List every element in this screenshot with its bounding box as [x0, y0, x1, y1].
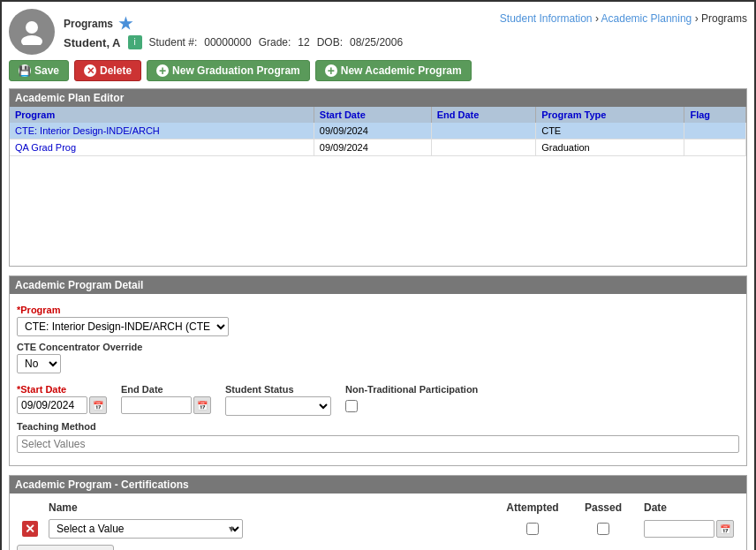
col-start-date[interactable]: Start Date — [314, 107, 431, 123]
plan-cell-flag — [684, 123, 746, 139]
plan-editor-header: Academic Plan Editor — [10, 89, 746, 107]
plan-cell-program_type: CTE — [536, 123, 684, 139]
breadcrumb-academic-planning[interactable]: Academic Planning — [601, 12, 692, 25]
override-select[interactable]: No Yes — [17, 354, 61, 373]
cert-row: ✕ Select a Value ▾ — [17, 516, 739, 541]
cert-date-input[interactable] — [644, 520, 714, 538]
new-academic-icon: + — [325, 64, 337, 77]
plan-editor-section: Academic Plan Editor Program Start Date … — [9, 88, 747, 267]
cert-col-date: Date — [639, 499, 739, 516]
cert-date-calendar-button[interactable]: 📅 — [716, 520, 734, 538]
student-info-icon[interactable]: i — [128, 35, 142, 49]
end-date-wrap: 📅 — [121, 396, 211, 414]
teaching-method-input[interactable] — [17, 435, 739, 453]
new-grad-label: New Graduation Program — [172, 64, 300, 77]
program-detail-body: *Program CTE: Interior Design-INDE/ARCH … — [10, 294, 746, 458]
certifications-body: Name Attempted Passed Date ✕ — [10, 493, 746, 550]
plan-table: Program Start Date End Date Program Type… — [10, 107, 746, 156]
cert-col-passed: Passed — [568, 499, 639, 516]
dates-row: *Start Date 📅 End Date 📅 Student Status — [17, 379, 739, 416]
certifications-section: Academic Program - Certifications Name A… — [9, 475, 747, 550]
delete-cert-button[interactable]: ✕ — [22, 521, 38, 537]
svg-point-0 — [26, 21, 38, 34]
grade-value: 12 — [298, 36, 309, 49]
cert-col-attempted: Attempted — [497, 499, 568, 516]
cert-col-delete — [17, 499, 43, 516]
plan-cell-start_date: 09/09/2024 — [314, 123, 431, 139]
plan-table-row[interactable]: QA Grad Prog09/09/2024Graduation — [10, 139, 746, 156]
avatar — [9, 9, 55, 55]
breadcrumb: Student Information › Academic Planning … — [500, 9, 747, 25]
delete-icon: ✕ — [84, 64, 96, 77]
plan-cell-program_type: Graduation — [536, 139, 684, 156]
end-date-label: End Date — [121, 384, 211, 395]
override-field-label: CTE Concentrator Override — [17, 342, 739, 352]
student-status-label: Student Status — [225, 384, 331, 395]
plan-editor-title: Academic Plan Editor — [15, 92, 124, 104]
avatar-icon — [19, 19, 45, 45]
student-number: 00000000 — [204, 36, 251, 49]
col-flag[interactable]: Flag — [684, 107, 746, 123]
plan-cell-end_date — [431, 123, 536, 139]
cert-delete-cell: ✕ — [17, 516, 43, 541]
plan-cell-start_date: 09/09/2024 — [314, 139, 431, 156]
cert-passed-cell — [568, 516, 639, 541]
new-academic-program-button[interactable]: + New Academic Program — [315, 60, 472, 81]
dob-value: 08/25/2006 — [350, 36, 403, 49]
delete-button[interactable]: ✕ Delete — [74, 60, 141, 81]
start-date-input[interactable] — [17, 396, 87, 414]
star-icon[interactable]: ★ — [118, 14, 132, 34]
breadcrumb-student-information[interactable]: Student Information — [500, 12, 593, 25]
cert-passed-checkbox[interactable] — [597, 523, 609, 535]
cert-name-select[interactable]: Select a Value — [49, 519, 243, 539]
cert-col-name: Name — [43, 499, 497, 516]
delete-label: Delete — [100, 64, 132, 77]
student-meta: Student, A i Student #: 00000000 Grade: … — [64, 35, 500, 49]
student-status-select[interactable] — [225, 396, 331, 416]
breadcrumb-sep2: › — [695, 12, 701, 25]
cert-passed-wrap — [573, 523, 633, 535]
cert-name-controls: Select a Value ▾ — [49, 519, 492, 539]
cert-name-cell: Select a Value ▾ — [43, 516, 497, 541]
new-graduation-program-button[interactable]: + New Graduation Program — [147, 60, 310, 81]
start-date-calendar-button[interactable]: 📅 — [89, 396, 107, 414]
page-title: Programs ★ — [64, 14, 500, 34]
ntp-label: Non-Traditional Participation — [345, 384, 478, 395]
program-detail-header: Academic Program Detail — [10, 276, 746, 294]
end-date-field: End Date 📅 — [121, 379, 211, 414]
certifications-title: Academic Program - Certifications — [15, 478, 189, 491]
certifications-header: Academic Program - Certifications — [10, 476, 746, 493]
save-label: Save — [34, 64, 59, 77]
start-date-label: *Start Date — [17, 384, 107, 395]
breadcrumb-sep1: › — [595, 12, 601, 25]
plan-cell-flag — [684, 139, 746, 156]
cert-date-cell: 📅 — [639, 516, 739, 541]
ntp-checkbox-wrap — [345, 400, 478, 415]
col-end-date[interactable]: End Date — [431, 107, 536, 123]
end-date-calendar-button[interactable]: 📅 — [193, 396, 211, 414]
plan-table-row[interactable]: CTE: Interior Design-INDE/ARCH09/09/2024… — [10, 123, 746, 139]
header-info: Programs ★ Student, A i Student #: 00000… — [64, 14, 500, 49]
grade-label: Grade: — [259, 36, 291, 49]
toolbar: 💾 Save ✕ Delete + New Graduation Program… — [9, 60, 747, 81]
add-certification-button[interactable]: Add Certification — [17, 545, 114, 550]
cert-attempted-checkbox[interactable] — [526, 523, 539, 535]
start-date-wrap: 📅 — [17, 396, 107, 414]
plan-cell-end_date — [431, 139, 536, 156]
new-academic-label: New Academic Program — [341, 64, 462, 77]
cert-header-row: Name Attempted Passed Date — [17, 499, 739, 516]
ntp-checkbox[interactable] — [345, 400, 358, 412]
end-date-input[interactable] — [121, 396, 192, 414]
cert-table: Name Attempted Passed Date ✕ — [17, 499, 739, 541]
student-number-label: Student #: — [149, 36, 198, 49]
col-program[interactable]: Program — [10, 107, 314, 123]
start-date-field: *Start Date 📅 — [17, 379, 107, 414]
teaching-method-label: Teaching Method — [17, 421, 739, 432]
program-field-label: *Program — [17, 305, 739, 315]
student-name: Student, A — [64, 36, 121, 49]
col-program-type[interactable]: Program Type — [536, 107, 684, 123]
program-select[interactable]: CTE: Interior Design-INDE/ARCH (CTE Cate… — [17, 317, 229, 336]
title-text: Programs — [64, 18, 113, 30]
save-button[interactable]: 💾 Save — [9, 60, 69, 81]
program-detail-title: Academic Program Detail — [15, 279, 143, 291]
